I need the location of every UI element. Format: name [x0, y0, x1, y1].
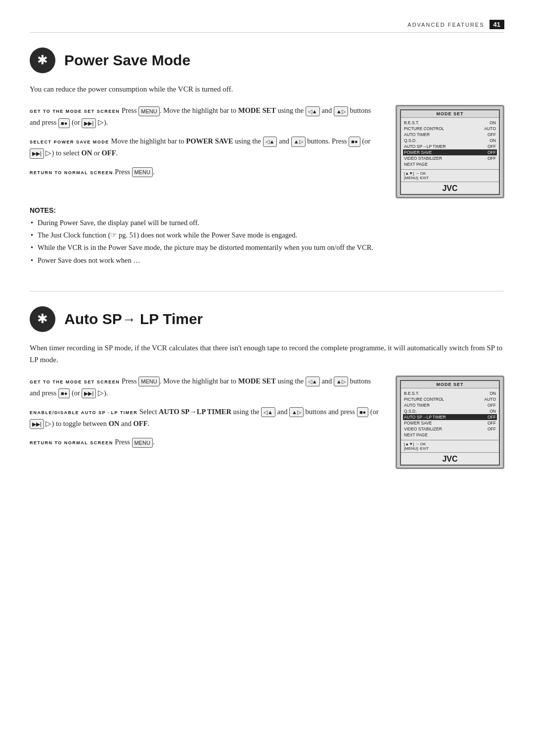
up-left-btn-3[interactable]: ◁▲ [306, 377, 320, 386]
mode-row-videostab: VIDEO STABILIZEROFF [404, 155, 496, 161]
mode-row-picture: PICTURE CONTROLAUTO [404, 126, 496, 132]
section-power-save: ✱ Power Save Mode You can reduce the pow… [30, 47, 504, 266]
section2-step1: GET TO THE MODE SET SCREEN Press MENU. M… [30, 376, 381, 399]
section1-screen: MODE SET B.E.S.T.ON PICTURE CONTROLAUTO … [396, 105, 504, 198]
jvc-brand-1: JVC [401, 182, 499, 194]
up-left-btn-2[interactable]: ◁▲ [263, 137, 277, 146]
section1-steps-row: GET TO THE MODE SET SCREEN Press MENU. M… [30, 105, 504, 198]
mode-set-rows-1: B.E.S.T.ON PICTURE CONTROLAUTO AUTO TIME… [401, 118, 499, 169]
down-right-btn-2[interactable]: ▲▷ [291, 137, 306, 146]
section1-step3: RETURN TO NORMAL SCREEN Press MENU. [30, 166, 381, 178]
section1-title: Power Save Mode [64, 52, 190, 69]
section2-step1-text: GET TO THE MODE SET SCREEN Press MENU. M… [30, 376, 381, 399]
mode-set-footer-1: [▲▼] → OK [MENU]: EXIT [401, 169, 499, 182]
notes-title-1: NOTES: [30, 206, 504, 214]
down-right-btn-4[interactable]: ▲▷ [289, 407, 304, 417]
note-item-4: Power Save does not work when … [30, 255, 504, 266]
section1-step3-label: RETURN TO NORMAL SCREEN [30, 170, 113, 175]
section2-intro: When timer recording in SP mode, if the … [30, 342, 504, 366]
skip-btn-3[interactable]: ▶▶| [82, 388, 96, 398]
section1-step1-label: GET TO THE MODE SET SCREEN [30, 109, 120, 114]
mode-row-powersave-highlighted: POWER SAVEOFF [403, 149, 497, 155]
mode-set-rows-2: B.E.S.T.ON PICTURE CONTROLAUTO AUTO TIME… [401, 388, 499, 440]
mode-row-qsd: Q.S.D.ON [404, 138, 496, 143]
down-right-btn-3[interactable]: ▲▷ [334, 377, 348, 386]
section1-notes: NOTES: During Power Save, the display pa… [30, 206, 504, 266]
mode-set-display-1: MODE SET B.E.S.T.ON PICTURE CONTROLAUTO … [400, 109, 500, 195]
mode-set-title-1: MODE SET [401, 110, 499, 118]
mode-set-title-2: MODE SET [401, 381, 499, 388]
skip-btn-2[interactable]: ▶▶| [30, 148, 44, 158]
ok-btn-3[interactable]: ■● [58, 388, 70, 398]
mode-row-best-2: B.E.S.T.ON [404, 390, 496, 396]
note-item-3: While the VCR is in the Power Save mode,… [30, 242, 504, 253]
ok-btn-2[interactable]: ■● [349, 137, 360, 146]
mode-set-display-2: MODE SET B.E.S.T.ON PICTURE CONTROLAUTO … [400, 380, 500, 466]
section2-step2: ENABLE/DISABLE AUTO SP→LP TIMER Select A… [30, 406, 381, 430]
notes-list-1: During Power Save, the display panel wil… [30, 217, 504, 266]
screen-outer-1: MODE SET B.E.S.T.ON PICTURE CONTROLAUTO … [396, 105, 504, 198]
page-container: ADVANCED FEATURES 41 ✱ Power Save Mode Y… [0, 0, 534, 523]
section2-screen: MODE SET B.E.S.T.ON PICTURE CONTROLAUTO … [396, 376, 504, 469]
section1-header: ✱ Power Save Mode [30, 47, 504, 73]
section1-step1: GET TO THE MODE SET SCREEN Press MENU. M… [30, 105, 381, 129]
mode-row-nextpage: NEXT PAGE [404, 161, 496, 167]
star-icon-1: ✱ [30, 47, 55, 73]
menu-button-1[interactable]: MENU [138, 106, 159, 116]
page-number: 41 [490, 20, 504, 29]
mode-row-picture-2: PICTURE CONTROLAUTO [404, 396, 496, 402]
skip-btn-4[interactable]: ▶▶| [30, 419, 44, 429]
section1-step3-text: RETURN TO NORMAL SCREEN Press MENU. [30, 166, 381, 178]
note-item-2: The Just Clock function (☞ pg. 51) does … [30, 230, 504, 241]
section1-instructions: GET TO THE MODE SET SCREEN Press MENU. M… [30, 105, 381, 185]
section2-step2-text: ENABLE/DISABLE AUTO SP→LP TIMER Select A… [30, 406, 381, 430]
menu-button-4[interactable]: MENU [132, 438, 153, 448]
mode-row-qsd-2: Q.S.D.ON [404, 408, 496, 414]
section2-step3-text: RETURN TO NORMAL SCREEN Press MENU. [30, 436, 381, 448]
mode-row-autosplp-highlighted: AUTO SP→LP TIMEROFF [403, 414, 497, 420]
screen-outer-2: MODE SET B.E.S.T.ON PICTURE CONTROLAUTO … [396, 376, 504, 469]
mode-set-footer-2: [▲▼] → OK [MENU]: EXIT [401, 440, 499, 452]
mode-row-nextpage-2: NEXT PAGE [404, 432, 496, 438]
note-item-1: During Power Save, the display panel wil… [30, 217, 504, 229]
mode-row-best: B.E.S.T.ON [404, 120, 496, 126]
mode-row-videostab-2: VIDEO STABILIZEROFF [404, 426, 496, 432]
mode-row-powersave-2: POWER SAVEOFF [404, 420, 496, 426]
section1-step2-label: SELECT POWER SAVE MODE [30, 140, 109, 144]
section2-steps-row: GET TO THE MODE SET SCREEN Press MENU. M… [30, 376, 504, 469]
section1-step2: SELECT POWER SAVE MODE Move the highligh… [30, 136, 381, 159]
ok-btn-1[interactable]: ■● [58, 118, 70, 128]
section-autosplp: ✱ Auto SP→ LP Timer When timer recording… [30, 306, 504, 469]
mode-row-autotimer-2: AUTO TIMEROFF [404, 402, 496, 408]
section2-step3: RETURN TO NORMAL SCREEN Press MENU. [30, 436, 381, 448]
up-left-btn-1[interactable]: ◁▲ [306, 106, 320, 116]
jvc-brand-2: JVC [401, 452, 499, 465]
section2-step1-label: GET TO THE MODE SET SCREEN [30, 379, 120, 384]
section2-title: Auto SP→ LP Timer [64, 311, 203, 328]
menu-button-2[interactable]: MENU [132, 167, 153, 177]
header-label: ADVANCED FEATURES [407, 22, 484, 28]
up-left-btn-4[interactable]: ◁▲ [261, 407, 275, 417]
section2-instructions: GET TO THE MODE SET SCREEN Press MENU. M… [30, 376, 381, 456]
section-divider [30, 291, 504, 291]
skip-btn-1[interactable]: ▶▶| [82, 118, 96, 128]
star-icon-2: ✱ [30, 306, 55, 332]
down-right-btn-1[interactable]: ▲▷ [334, 106, 348, 116]
section1-step1-text: GET TO THE MODE SET SCREEN Press MENU. M… [30, 105, 381, 129]
ok-btn-4[interactable]: ■● [357, 407, 368, 417]
menu-button-3[interactable]: MENU [138, 377, 159, 386]
section1-step2-text: SELECT POWER SAVE MODE Move the highligh… [30, 136, 381, 159]
mode-row-autosplp: AUTO SP→LP TIMEROFF [404, 143, 496, 149]
section1-intro: You can reduce the power consumption whi… [30, 83, 504, 95]
section2-header: ✱ Auto SP→ LP Timer [30, 306, 504, 332]
section2-step2-label: ENABLE/DISABLE AUTO SP→LP TIMER [30, 410, 137, 415]
section2-step3-label: RETURN TO NORMAL SCREEN [30, 440, 113, 445]
page-header: ADVANCED FEATURES 41 [30, 20, 504, 33]
mode-row-autotimer: AUTO TIMEROFF [404, 132, 496, 138]
